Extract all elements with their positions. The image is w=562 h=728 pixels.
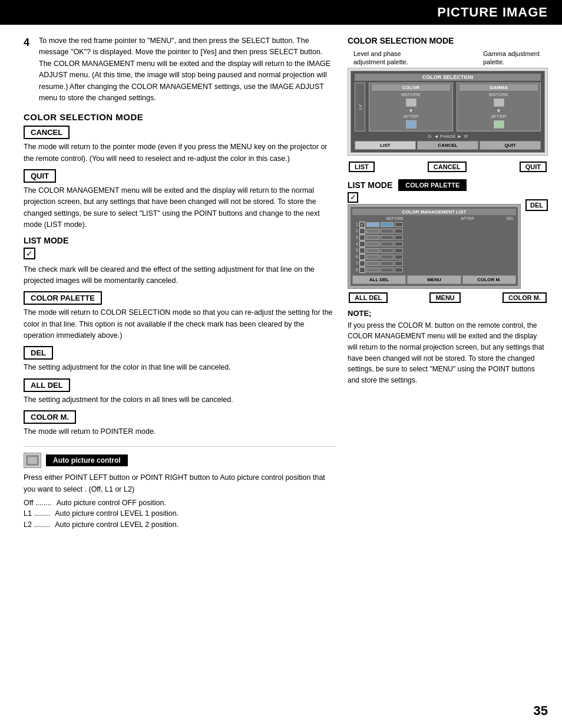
list-row-4: 4 bbox=[352, 241, 516, 247]
list-bottom-menu: MENU bbox=[429, 292, 460, 303]
list-bottom-all-del: ALL DEL bbox=[349, 292, 388, 303]
cs-quit-btn[interactable]: QUIT bbox=[480, 141, 541, 150]
cs-bottom-quit: QUIT bbox=[520, 162, 547, 172]
cs-bottom-list: LIST bbox=[349, 162, 375, 172]
quit-text: The COLOR MANAGEMENT menu will be exited… bbox=[24, 185, 336, 231]
label-left: Level and phase adjustment palette. bbox=[353, 50, 424, 67]
list-row-7: 7 bbox=[352, 261, 516, 266]
list-mode-color-palette-btn: COLOR PALETTE bbox=[398, 179, 467, 191]
list-row-6: 6 bbox=[352, 254, 516, 260]
list-color-m-small[interactable]: COLOR M. bbox=[462, 275, 516, 284]
auto-pic-item-l1: L1 ........ Auto picture control LEVEL 1… bbox=[24, 508, 336, 519]
auto-pic-item-off: Off ........ Auto picture control OFF po… bbox=[24, 498, 336, 509]
color-palette-text: The mode will return to COLOR SELECTION … bbox=[24, 307, 336, 341]
color-selection-diagram: COLOR SELECTION LV COLOR BEFORE ▼ AFTER bbox=[348, 68, 548, 156]
auto-pic-item-l2: L2 ........ Auto picture control LEVEL 2… bbox=[24, 519, 336, 531]
cs-bottom-cancel: CANCEL bbox=[428, 162, 467, 172]
right-column: COLOR SELECTION MODE Level and phase adj… bbox=[348, 35, 548, 531]
list-bottom-buttons: ALL DEL MENU COLOR M. bbox=[352, 275, 516, 284]
svg-rect-1 bbox=[28, 457, 37, 464]
label-right: Gamma adjustment palette. bbox=[483, 50, 542, 67]
auto-picture-section: Auto picture control Press either POINT … bbox=[24, 446, 336, 531]
note-title: NOTE; bbox=[348, 309, 548, 318]
list-bottom-color-m: COLOR M. bbox=[503, 292, 547, 303]
list-mode-header: LIST MODE COLOR PALETTE bbox=[348, 179, 548, 191]
cs-bottom-labels: LIST CANCEL QUIT bbox=[348, 162, 548, 172]
color-selection-mode-title: COLOR SELECTION MODE bbox=[24, 112, 336, 122]
list-col-del: DEL bbox=[504, 216, 516, 220]
list-row-2: 2 bbox=[352, 228, 516, 234]
lv-strip: LV bbox=[355, 83, 365, 131]
all-del-text: The setting adjustment for the colors in… bbox=[24, 394, 336, 406]
list-section-wrapper: ✓ COLOR MANAGEMENT LIST BEFORE AFTER DEL bbox=[348, 192, 548, 289]
cs-buttons-row: LIST CANCEL QUIT bbox=[355, 141, 541, 150]
list-col-after: AFTER bbox=[432, 216, 503, 220]
right-color-selection-title: COLOR SELECTION MODE bbox=[348, 35, 548, 46]
color-panel: COLOR BEFORE ▼ AFTER bbox=[369, 83, 453, 131]
color-m-button-label: COLOR M. bbox=[24, 410, 76, 424]
list-mode-checkmark: ✓ bbox=[348, 192, 358, 203]
list-mode-diagram: COLOR MANAGEMENT LIST BEFORE AFTER DEL 1 bbox=[348, 204, 521, 289]
list-data-rows: 1 ✓ 2 bbox=[352, 222, 516, 273]
list-del-column: DEL bbox=[525, 192, 548, 211]
del-button-label: DEL bbox=[24, 346, 53, 360]
checkmark-text: The check mark will be cleared and the e… bbox=[24, 264, 336, 287]
page-title: PICTURE IMAGE bbox=[437, 5, 548, 19]
gamma-swatch-after bbox=[494, 120, 504, 129]
quit-button-label: QUIT bbox=[24, 169, 56, 183]
list-all-del-small[interactable]: ALL DEL bbox=[352, 275, 406, 284]
checkmark-icon: ✓ bbox=[24, 248, 35, 259]
page-number: 35 bbox=[534, 703, 548, 719]
auto-picture-icon bbox=[24, 453, 41, 468]
color-swatch-after bbox=[406, 120, 416, 129]
diagram-labels: Level and phase adjustment palette. Gamm… bbox=[348, 50, 548, 67]
page-header: PICTURE IMAGE bbox=[0, 0, 562, 25]
list-inner-title: COLOR MANAGEMENT LIST bbox=[352, 209, 516, 215]
gamma-panel: GAMMA BEFORE ▼ AFTER bbox=[457, 83, 541, 131]
del-text: The setting adjustment for the color in … bbox=[24, 362, 336, 373]
note-section: NOTE; If you press the COLOR M. button o… bbox=[348, 309, 548, 386]
cs-cancel-btn[interactable]: CANCEL bbox=[417, 141, 478, 150]
cs-diagram-title: COLOR SELECTION bbox=[355, 74, 541, 81]
cancel-text: The mode will return to the pointer mode… bbox=[24, 141, 336, 164]
auto-picture-text: Press either POINT LEFT button or POINT … bbox=[24, 472, 336, 495]
left-column: 4 To move the red frame pointer to "MENU… bbox=[24, 35, 336, 531]
list-row-8: 8 bbox=[352, 267, 516, 273]
all-del-button-label: ALL DEL bbox=[24, 378, 70, 392]
auto-picture-header: Auto picture control bbox=[24, 453, 336, 468]
auto-picture-title: Auto picture control bbox=[46, 454, 128, 466]
list-row-3: 3 bbox=[352, 235, 516, 241]
step-text: To move the red frame pointer to "MENU",… bbox=[39, 35, 336, 104]
step-number: 4 bbox=[24, 35, 34, 104]
list-col-before: BEFORE bbox=[359, 216, 431, 220]
color-m-text: The mode will return to POINTER mode. bbox=[24, 426, 336, 437]
phase-row: G ◄ PHASE ► R bbox=[355, 134, 541, 139]
list-bottom-labels: ALL DEL MENU COLOR M. bbox=[348, 292, 548, 303]
list-mode-title: LIST MODE bbox=[24, 236, 336, 245]
list-menu-small[interactable]: MENU bbox=[407, 275, 461, 284]
list-mode-right-title: LIST MODE bbox=[348, 180, 392, 190]
color-palette-button-label: COLOR PALETTE bbox=[24, 291, 102, 305]
note-text: If you press the COLOR M. button on the … bbox=[348, 320, 548, 386]
cs-list-btn[interactable]: LIST bbox=[355, 141, 416, 150]
gamma-swatch-before bbox=[494, 98, 504, 107]
list-del-btn: DEL bbox=[525, 199, 548, 211]
list-row-5: 5 bbox=[352, 248, 516, 253]
color-swatch-before bbox=[406, 98, 416, 107]
cancel-button-label: CANCEL bbox=[24, 126, 70, 139]
step-4-block: 4 To move the red frame pointer to "MENU… bbox=[24, 35, 336, 104]
